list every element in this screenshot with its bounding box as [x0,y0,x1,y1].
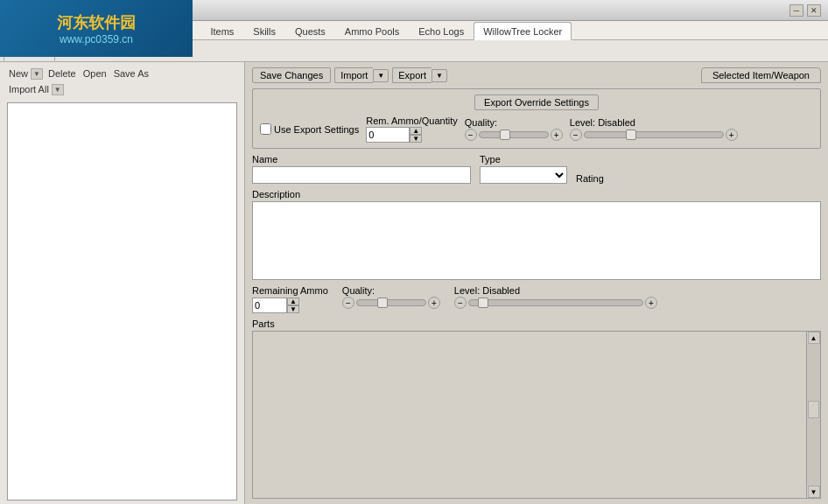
star-1[interactable]: ☆ [607,170,619,184]
remaining-ammo-spinner: ▲ ▼ [252,298,328,313]
new-dropdown[interactable]: New ▼ [7,67,43,80]
remaining-ammo-group: Remaining Ammo ▲ ▼ [252,285,328,313]
name-label: Name [252,154,471,164]
quality-bottom-plus-btn[interactable]: + [428,297,440,309]
type-select[interactable] [480,166,567,184]
import-dropdown: Import ▼ [334,67,389,83]
rem-ammo-group: Rem. Ammo/Quantity ▲ ▼ [366,116,458,143]
parts-scroll-track [807,344,820,486]
star-4[interactable]: ☆ [644,170,656,184]
import-button[interactable]: Import [334,67,373,83]
rem-ammo-up-btn[interactable]: ▲ [410,127,422,135]
level-bottom-slider-row: − + [454,297,657,309]
level-bottom-plus-btn[interactable]: + [645,297,657,309]
name-type-row: Name Type Rating ☆ ☆ ☆ ☆ ☆ [252,154,821,184]
left-panel: New ▼ Delete Open Save As Import All ▼ [0,62,245,504]
quality-export-plus-btn[interactable]: + [551,129,563,141]
new-dropdown-arrow[interactable]: ▼ [31,68,43,80]
parts-scrollbar: ▲ ▼ [806,332,820,498]
parts-label: Parts [252,318,821,329]
remaining-ammo-up-btn[interactable]: ▲ [287,298,299,305]
export-override-title-row: Export Override Settings [260,94,813,110]
title-bar: WillowTree# ─ ✕ [0,0,828,21]
quality-bottom-group: Quality: − + [342,285,440,309]
export-override-button[interactable]: Export Override Settings [474,94,599,110]
tab-willowtree-locker[interactable]: WillowTree Locker [474,22,572,40]
minimize-button[interactable]: ─ [789,4,803,17]
rem-ammo-label: Rem. Ammo/Quantity [366,116,458,126]
save-as-button[interactable]: Save As [112,67,151,80]
save-changes-button[interactable]: Save Changes [252,67,331,83]
description-textarea[interactable] [252,201,821,280]
remaining-ammo-label: Remaining Ammo [252,285,328,296]
title-bar-controls: ─ ✕ [789,4,821,17]
title-bar-left: WillowTree# [7,4,79,18]
sub-tab-locker[interactable]: Locker [4,44,55,61]
export-override-box: Export Override Settings Use Export Sett… [252,88,821,149]
star-2[interactable]: ☆ [620,170,631,184]
rating-group: Rating ☆ ☆ ☆ ☆ ☆ [576,170,668,184]
content-area: New ▼ Delete Open Save As Import All ▼ S… [0,62,828,504]
tab-echo-logs[interactable]: Echo Logs [409,22,474,39]
tab-quests[interactable]: Quests [285,22,335,39]
description-group: Description [252,189,821,280]
rem-ammo-down-btn[interactable]: ▼ [410,135,422,143]
quality-bottom-minus-btn[interactable]: − [342,297,354,309]
level-bottom-thumb[interactable] [478,298,488,308]
import-all-arrow[interactable]: ▼ [52,84,64,95]
level-bottom-minus-btn[interactable]: − [454,297,467,309]
parts-scroll-thumb[interactable] [808,401,819,418]
name-input[interactable] [252,166,471,184]
close-button[interactable]: ✕ [807,4,821,17]
tab-skills[interactable]: Skills [243,22,285,39]
quality-export-minus-btn[interactable]: − [465,129,477,141]
import-all-row: Import All ▼ [0,83,244,99]
remaining-ammo-down-btn[interactable]: ▼ [287,305,299,313]
quality-export-group: Quality: − + [465,117,563,141]
app-logo [7,4,21,18]
open-button[interactable]: Open [81,67,109,80]
sub-tabs: Locker [0,40,828,62]
tab-main-page[interactable]: Main Page [4,22,69,39]
remaining-ammo-input[interactable] [252,298,287,313]
import-arrow-button[interactable]: ▼ [373,69,389,82]
selected-item-tab[interactable]: Selected Item/Weapon [701,67,821,83]
right-top-left: Save Changes Import ▼ Export ▼ [252,67,447,83]
quality-export-thumb[interactable] [500,130,510,140]
star-5[interactable]: ☆ [656,170,668,184]
type-group: Type [480,154,567,184]
export-arrow-button[interactable]: ▼ [432,69,447,82]
rem-ammo-spinner-btns: ▲ ▼ [410,127,422,143]
delete-button[interactable]: Delete [46,67,78,80]
quality-export-label: Quality: [465,117,563,128]
rem-ammo-input[interactable] [366,127,410,143]
quality-bottom-thumb[interactable] [377,298,388,308]
parts-scroll-down-arrow[interactable]: ▼ [808,486,820,498]
level-export-thumb[interactable] [626,130,636,140]
name-group: Name [252,154,471,184]
left-list [7,102,237,500]
quality-bottom-slider-row: − + [342,297,440,309]
left-toolbar: New ▼ Delete Open Save As [0,62,244,83]
parts-box: ▲ ▼ [252,331,821,499]
level-bottom-track [468,299,643,306]
export-button[interactable]: Export [392,67,432,83]
type-label: Type [480,154,567,164]
use-export-settings-group: Use Export Settings [260,123,359,135]
new-button[interactable]: New [7,67,30,80]
parts-scroll-up-arrow[interactable]: ▲ [808,332,820,344]
menu-bar: Main Page General Info Weapons Items Ski… [0,21,828,40]
star-3[interactable]: ☆ [632,170,643,184]
use-export-settings-checkbox[interactable] [260,123,271,135]
import-all-dropdown[interactable]: Import All ▼ [7,83,64,95]
tab-items[interactable]: Items [200,22,243,39]
remaining-ammo-btns: ▲ ▼ [287,298,299,313]
tab-ammo-pools[interactable]: Ammo Pools [335,22,409,39]
export-row: Use Export Settings Rem. Ammo/Quantity ▲… [260,116,813,143]
level-export-plus-btn[interactable]: + [726,129,738,141]
tab-weapons[interactable]: Weapons [141,22,200,39]
tab-general-info[interactable]: General Info [69,22,142,39]
parts-section: Parts ▲ ▼ [252,318,821,499]
level-export-minus-btn[interactable]: − [570,129,582,141]
import-all-button[interactable]: Import All [7,83,51,95]
